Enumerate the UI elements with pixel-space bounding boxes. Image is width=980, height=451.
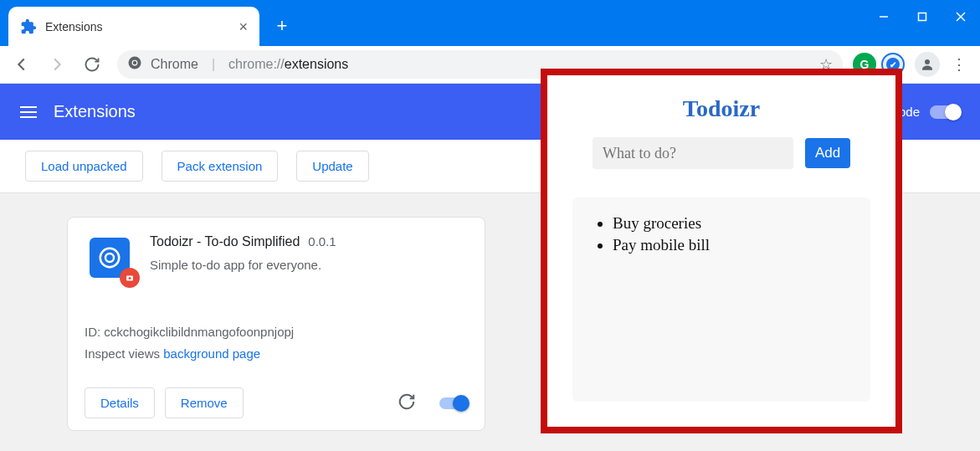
url-path: extensions xyxy=(285,57,349,71)
list-item: Pay mobile bill xyxy=(613,234,854,256)
maximize-button[interactable] xyxy=(903,0,942,33)
close-window-button[interactable] xyxy=(942,0,980,33)
window-controls xyxy=(865,0,980,33)
page-title: Extensions xyxy=(54,102,136,121)
load-unpacked-button[interactable]: Load unpacked xyxy=(25,151,143,182)
chrome-icon xyxy=(127,55,142,74)
browser-tab-active[interactable]: Extensions × xyxy=(8,7,259,46)
back-button[interactable] xyxy=(7,49,37,79)
tab-title: Extensions xyxy=(45,20,230,33)
url-scheme: chrome:// xyxy=(228,57,285,71)
extension-name: Todoizr - To-do Simplified xyxy=(150,234,300,249)
svg-point-9 xyxy=(105,254,114,262)
extension-description: Simple to-do app for everyone. xyxy=(150,258,468,272)
url-context-label: Chrome xyxy=(151,57,198,72)
window-titlebar: Extensions × + xyxy=(0,0,980,46)
minimize-button[interactable] xyxy=(865,0,903,33)
new-tab-button[interactable]: + xyxy=(268,12,296,40)
details-button[interactable]: Details xyxy=(85,387,155,418)
reload-button[interactable] xyxy=(77,49,107,79)
list-item: Buy groceries xyxy=(613,213,854,234)
extension-id: ID: cckchogikclibildnmangofoonpnjopj xyxy=(85,321,468,343)
extension-version: 0.0.1 xyxy=(308,234,336,249)
update-button[interactable]: Update xyxy=(296,151,368,182)
puzzle-piece-icon xyxy=(20,18,37,35)
todoizr-popup: Todoizr Add Buy groceries Pay mobile bil… xyxy=(547,75,895,427)
svg-point-6 xyxy=(133,61,137,65)
developer-mode-toggle[interactable] xyxy=(930,105,960,119)
extension-enabled-toggle[interactable] xyxy=(439,397,468,409)
svg-point-8 xyxy=(100,249,120,268)
close-tab-icon[interactable]: × xyxy=(239,19,248,34)
add-button[interactable]: Add xyxy=(805,138,850,168)
todo-input[interactable] xyxy=(593,137,793,169)
browser-menu-button[interactable]: ⋮ xyxy=(945,55,973,74)
svg-rect-1 xyxy=(919,13,926,21)
extension-popup-highlight: Todoizr Add Buy groceries Pay mobile bil… xyxy=(541,69,902,433)
svg-point-7 xyxy=(925,59,930,64)
background-page-link[interactable]: background page xyxy=(163,346,260,361)
unpacked-badge-icon xyxy=(120,268,140,288)
profile-avatar-button[interactable] xyxy=(915,52,940,77)
inspect-views-label: Inspect views xyxy=(85,346,160,361)
reload-extension-icon[interactable] xyxy=(398,392,416,413)
forward-button[interactable] xyxy=(42,49,72,79)
pack-extension-button[interactable]: Pack extension xyxy=(162,151,279,182)
extension-icon-wrap xyxy=(90,238,133,281)
popup-title: Todoizr xyxy=(562,95,880,122)
todo-list-container: Buy groceries Pay mobile bill xyxy=(572,197,870,402)
hamburger-menu-icon[interactable] xyxy=(20,106,37,118)
svg-point-11 xyxy=(129,277,131,279)
extension-card: Todoizr - To-do Simplified 0.0.1 Simple … xyxy=(67,217,485,431)
url-divider: | xyxy=(212,57,215,72)
remove-button[interactable]: Remove xyxy=(165,387,244,418)
